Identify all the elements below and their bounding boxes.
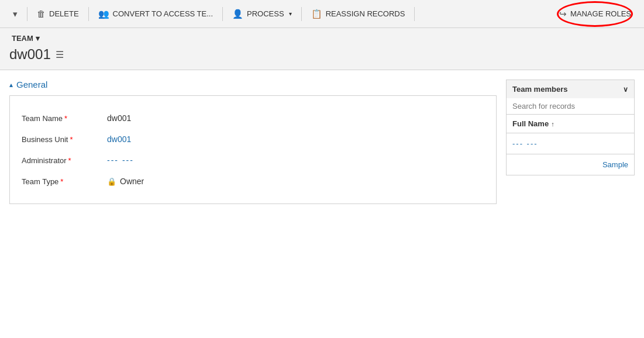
delete-label: DELETE [49,9,79,18]
reassign-icon: 📋 [311,9,322,19]
sort-ascending-icon[interactable]: ↑ [551,120,555,127]
label-team-type-text: Team Type [22,177,58,186]
panel-empty-value: --- --- [506,133,635,154]
value-team-type-container: 🔒 Owner [107,177,144,186]
toolbar-dropdown-button[interactable]: ▾ [5,0,26,27]
team-nav-dropdown[interactable]: TEAM ▾ [9,33,42,44]
process-chevron-icon: ▾ [289,11,292,17]
toolbar-divider-5 [414,7,415,21]
dropdown-icon: ▾ [13,9,18,19]
panel-header-chevron-icon[interactable]: ∨ [623,85,628,94]
record-menu-icon[interactable]: ☰ [56,49,64,60]
record-header: TEAM ▾ dw001 ☰ [0,28,644,70]
general-form-card: Team Name * dw001 Business Unit * dw001 … [9,95,497,204]
reassign-button[interactable]: 📋 REASSIGN RECORDS [303,0,414,27]
delete-button[interactable]: 🗑 DELETE [29,0,87,27]
team-nav-label: TEAM [12,34,33,43]
form-row-team-name: Team Name * dw001 [22,108,484,129]
process-label: PROCESS [247,9,284,18]
general-section: ▴ General Team Name * dw001 Business Uni… [9,80,497,204]
label-business-unit-text: Business Unit [22,135,68,144]
manage-roles-label: MANAGE ROLES [570,9,631,18]
toolbar-divider-4 [301,7,302,21]
record-title-text: dw001 [9,46,51,63]
convert-icon: 👥 [98,9,109,19]
value-team-type: Owner [120,177,144,186]
panel-column-header-text: Full Name [512,119,549,128]
main-content: ▴ General Team Name * dw001 Business Uni… [0,70,644,213]
toolbar-divider-2 [88,7,89,21]
required-star-team-type: * [60,177,63,186]
label-administrator: Administrator * [22,156,98,165]
team-nav-chevron-icon: ▾ [36,34,40,43]
label-business-unit: Business Unit * [22,135,98,144]
manage-roles-button[interactable]: ↪ MANAGE ROLES [551,0,639,27]
label-team-name: Team Name * [22,114,98,123]
form-row-administrator: Administrator * --- --- [22,150,484,171]
value-administrator: --- --- [107,156,134,165]
label-administrator-text: Administrator [22,156,67,165]
panel-header: Team members ∨ [506,80,635,98]
form-row-team-type: Team Type * 🔒 Owner [22,171,484,192]
required-star-administrator: * [68,156,71,165]
reassign-label: REASSIGN RECORDS [326,9,405,18]
general-section-header[interactable]: ▴ General [9,80,497,89]
process-icon: 👤 [232,9,243,19]
manage-roles-icon: ↪ [559,9,567,19]
required-star-business-unit: * [70,135,73,144]
label-team-name-text: Team Name [22,114,63,123]
panel-header-title: Team members [512,85,567,94]
section-collapse-icon: ▴ [9,81,13,89]
panel-search-input[interactable] [506,98,635,115]
delete-icon: 🗑 [37,9,46,19]
toolbar-divider-3 [222,7,223,21]
form-row-business-unit: Business Unit * dw001 [22,129,484,150]
record-title-row: dw001 ☰ [9,46,635,63]
right-panel: Team members ∨ Full Name ↑ --- --- Sampl… [506,80,635,204]
panel-column-header: Full Name ↑ [506,115,635,133]
required-star-team-name: * [64,114,67,123]
general-section-title: General [16,80,47,89]
label-team-type: Team Type * [22,177,98,186]
panel-footer-link[interactable]: Sample [506,154,635,175]
process-button[interactable]: 👤 PROCESS ▾ [224,0,300,27]
value-business-unit[interactable]: dw001 [107,134,131,144]
toolbar: ▾ 🗑 DELETE 👥 CONVERT TO ACCESS TE... 👤 P… [0,0,644,28]
toolbar-divider-1 [27,7,27,21]
value-team-name: dw001 [107,113,131,123]
convert-button[interactable]: 👥 CONVERT TO ACCESS TE... [90,0,221,27]
convert-label: CONVERT TO ACCESS TE... [113,9,213,18]
lock-icon: 🔒 [107,177,116,186]
